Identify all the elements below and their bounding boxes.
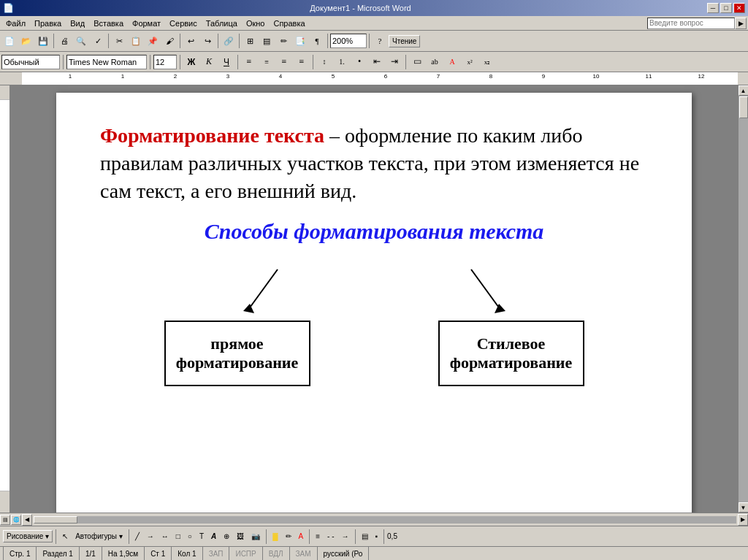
menu-edit[interactable]: Правка <box>30 18 66 29</box>
arrow-style-button[interactable]: → <box>339 529 352 544</box>
scroll-up-button[interactable]: ▲ <box>739 85 749 96</box>
vertical-ruler <box>0 85 10 513</box>
reading-button[interactable]: Чтение <box>389 35 420 47</box>
superscript-button[interactable]: x² <box>462 54 478 70</box>
ruler-mark-4: 4 <box>254 72 307 80</box>
dash-style-button[interactable]: - - <box>324 529 337 544</box>
open-button[interactable]: 📂 <box>18 33 34 49</box>
help-input[interactable] <box>647 18 735 29</box>
align-left-button[interactable]: ≡ <box>241 54 257 70</box>
help-button[interactable]: ? <box>372 33 388 49</box>
align-justify-button[interactable]: ≡ <box>294 54 310 70</box>
new-button[interactable]: 📄 <box>1 33 18 49</box>
highlight-button[interactable]: ab <box>427 54 443 70</box>
status-line: Ст 1 <box>145 547 172 560</box>
spell-check-button[interactable]: ✓ <box>90 33 106 49</box>
arrow-tool[interactable]: → <box>144 529 157 544</box>
subscript-button[interactable]: x₂ <box>479 54 495 70</box>
status-zam: ЗАМ <box>290 547 318 560</box>
draw-cursor-button[interactable]: ↖ <box>59 529 71 544</box>
h-scroll-left-button[interactable]: ◀ <box>22 514 32 526</box>
diagram-tool[interactable]: ⊕ <box>221 529 232 544</box>
clipart-button[interactable]: 🖼 <box>234 529 247 544</box>
normal-view-button[interactable]: ▤ <box>0 515 10 525</box>
line-spacing-button[interactable]: ↕ <box>316 54 332 70</box>
menu-window[interactable]: Окно <box>242 18 270 29</box>
menu-file[interactable]: Файл <box>1 18 30 29</box>
h-scroll-thumb[interactable] <box>34 516 77 523</box>
scroll-thumb[interactable] <box>739 96 748 118</box>
drawing-menu[interactable]: Рисование ▾ <box>3 530 53 542</box>
close-button[interactable]: ✕ <box>733 3 745 13</box>
font-select[interactable] <box>66 55 147 69</box>
dbl-arrow-tool[interactable]: ↔ <box>159 529 172 544</box>
image-button[interactable]: 📷 <box>248 529 263 544</box>
draw-sep-5 <box>355 529 356 544</box>
shadow-button[interactable]: ▤ <box>359 529 371 544</box>
print-preview-button[interactable]: 🔍 <box>73 33 89 49</box>
copy-button[interactable]: 📋 <box>128 33 144 49</box>
hyperlink-button[interactable]: 🔗 <box>221 33 237 49</box>
fill-color-button[interactable]: ▓ <box>270 529 280 544</box>
paste-button[interactable]: 📌 <box>145 33 161 49</box>
wordart-tool[interactable]: A <box>208 529 219 544</box>
table-button[interactable]: ⊞ <box>242 33 258 49</box>
align-right-button[interactable]: ≡ <box>276 54 292 70</box>
docmap-button[interactable]: 📑 <box>292 33 308 49</box>
left-arrow <box>234 266 292 317</box>
status-bar: Стр. 1 Раздел 1 1/1 На 1,9см Ст 1 Кол 1 … <box>0 546 748 560</box>
fmt-sep-0 <box>63 55 64 69</box>
bullets-button[interactable]: • <box>351 54 367 70</box>
menu-help[interactable]: Справка <box>269 18 309 29</box>
cut-button[interactable]: ✂ <box>111 33 127 49</box>
menu-insert[interactable]: Вставка <box>89 18 128 29</box>
undo-button[interactable]: ↩ <box>183 33 199 49</box>
redo-button[interactable]: ↪ <box>199 33 215 49</box>
border-button[interactable]: ▭ <box>409 54 425 70</box>
font-color-button2[interactable]: A <box>296 529 307 544</box>
menu-view[interactable]: Вид <box>66 18 89 29</box>
oval-tool[interactable]: ○ <box>185 529 195 544</box>
underline-button[interactable]: Ч <box>218 54 234 70</box>
font-size-select[interactable] <box>153 55 177 69</box>
drawing-button[interactable]: ✏ <box>275 33 291 49</box>
italic-button[interactable]: К <box>201 54 217 70</box>
menu-tools[interactable]: Сервис <box>165 18 202 29</box>
scroll-down-button[interactable]: ▼ <box>739 502 749 513</box>
textbox-tool[interactable]: T <box>196 529 207 544</box>
ruler-mark-6: 6 <box>359 72 412 80</box>
numbering-button[interactable]: 1. <box>334 54 350 70</box>
line-style-button[interactable]: ≡ <box>313 529 323 544</box>
web-view-button[interactable]: 🌐 <box>11 515 21 525</box>
doc-scroll-area[interactable]: Форматирование текста – оформление по ка… <box>10 85 738 513</box>
showformatting-button[interactable]: ¶ <box>309 33 325 49</box>
vertical-scrollbar[interactable]: ▲ ▼ <box>738 85 748 513</box>
font-color-button[interactable]: A <box>444 54 460 70</box>
view-buttons: ▤ 🌐 <box>0 515 22 525</box>
bold-button[interactable]: Ж <box>183 54 199 70</box>
draw-sep-4 <box>309 529 310 544</box>
3d-button[interactable]: ▪ <box>373 529 381 544</box>
columns-button[interactable]: ▤ <box>259 33 275 49</box>
svg-line-2 <box>471 269 500 310</box>
maximize-button[interactable]: □ <box>720 3 732 13</box>
style-select[interactable] <box>1 55 60 69</box>
h-scroll-right-button[interactable]: ▶ <box>738 514 748 526</box>
box-style-formatting: Стилевое форматирование <box>438 321 584 386</box>
menu-format[interactable]: Формат <box>128 18 165 29</box>
decrease-indent-button[interactable]: ⇤ <box>369 54 385 70</box>
align-center-button[interactable]: ≡ <box>259 54 275 70</box>
line-tool[interactable]: ╱ <box>132 529 142 544</box>
increase-indent-button[interactable]: ⇥ <box>386 54 402 70</box>
minimize-button[interactable]: ─ <box>707 3 719 13</box>
menu-table[interactable]: Таблица <box>202 18 242 29</box>
toolbar-sep-6 <box>327 34 328 48</box>
line-color-button[interactable]: ✏ <box>283 529 294 544</box>
zoom-input[interactable] <box>330 34 367 48</box>
draw-autoshapes-button[interactable]: Автофигуры ▾ <box>72 529 126 544</box>
format-painter-button[interactable]: 🖌 <box>161 33 178 49</box>
save-button[interactable]: 💾 <box>35 33 51 49</box>
rect-tool[interactable]: □ <box>173 529 183 544</box>
help-go-button[interactable]: ▶ <box>735 18 747 29</box>
print-button[interactable]: 🖨 <box>56 33 72 49</box>
